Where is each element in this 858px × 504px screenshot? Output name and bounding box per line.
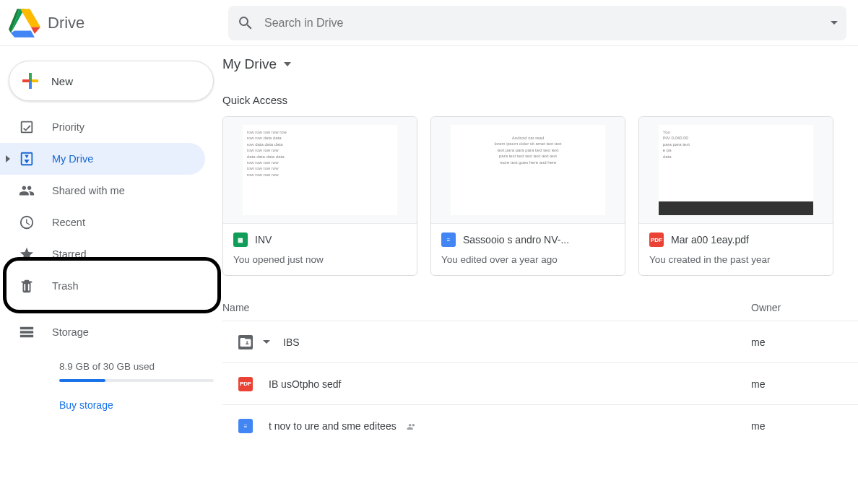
file-name: IB usOtpho sedf: [269, 378, 341, 390]
quick-access-row: row row row row rowrow row data datarow …: [222, 116, 858, 276]
file-name: Mar a00 1eay.pdf: [671, 234, 749, 246]
expand-caret-icon[interactable]: [6, 155, 10, 162]
storage-text: 8.9 GB of 30 GB used: [59, 361, 214, 372]
chevron-down-icon[interactable]: [263, 340, 270, 344]
drive-logo-text: Drive: [48, 14, 84, 32]
quick-access-title: Quick Access: [222, 94, 858, 106]
column-name[interactable]: Name: [222, 302, 751, 313]
pdf-icon: PDF: [649, 233, 664, 247]
sidebar-item-recent[interactable]: Recent: [0, 207, 205, 238]
nav-label: Storage: [52, 326, 89, 338]
nav-label: Recent: [52, 217, 85, 228]
nav-label: Priority: [52, 121, 84, 133]
search-input[interactable]: [264, 17, 825, 30]
column-owner[interactable]: Owner: [751, 302, 838, 313]
search-icon: [237, 14, 254, 32]
file-name: Sassooio s andro NV-...: [463, 234, 569, 246]
owner-cell: me: [751, 378, 838, 390]
list-row[interactable]: ≡ t nov to ure and sme editees me: [222, 405, 858, 447]
file-thumbnail: YouINV 0,040.00para para texte padata: [639, 117, 833, 224]
quick-access-card[interactable]: row row row row rowrow row data datarow …: [222, 116, 417, 276]
file-subtitle: You opened just now: [233, 254, 407, 265]
quick-access-card[interactable]: YouINV 0,040.00para para texte padata PD…: [638, 116, 833, 276]
file-thumbnail: Android car readlorem ipsum dolor sit am…: [431, 117, 625, 224]
file-subtitle: You edited over a year ago: [441, 254, 615, 265]
nav-label: Starred: [52, 248, 87, 260]
file-name: IBS: [283, 336, 300, 348]
folder-shared-icon: [238, 335, 253, 349]
chevron-down-icon: [284, 62, 291, 66]
drive-logo-icon: [9, 7, 40, 39]
location-breadcrumb[interactable]: My Drive: [222, 56, 858, 72]
owner-cell: me: [751, 336, 838, 348]
plus-icon: [20, 70, 41, 92]
new-button[interactable]: New: [9, 61, 214, 101]
drive-logo-block[interactable]: Drive: [9, 7, 188, 39]
list-row[interactable]: PDF IB usOtpho sedf me: [222, 363, 858, 405]
priority-icon: [19, 119, 35, 135]
recent-icon: [19, 214, 35, 230]
nav-label: Trash: [52, 280, 79, 292]
storage-icon: [19, 324, 35, 340]
storage-bar: [59, 379, 214, 382]
trash-icon: [19, 278, 35, 294]
file-name: INV: [255, 234, 272, 246]
search-bar[interactable]: [228, 6, 846, 40]
star-icon: [19, 246, 35, 262]
sidebar-item-starred[interactable]: Starred: [0, 238, 205, 270]
new-button-label: New: [51, 75, 73, 87]
shared-indicator-icon: [405, 422, 418, 430]
docs-icon: ≡: [441, 233, 456, 247]
search-options-caret-icon[interactable]: [831, 21, 838, 25]
sidebar-item-trash[interactable]: Trash: [0, 270, 205, 302]
sidebar-item-storage[interactable]: Storage: [0, 316, 205, 348]
shared-icon: [19, 183, 35, 199]
docs-icon: ≡: [238, 419, 253, 433]
file-subtitle: You created in the past year: [649, 254, 823, 265]
location-label: My Drive: [222, 56, 277, 72]
file-thumbnail: row row row row rowrow row data datarow …: [223, 117, 417, 224]
sheets-icon: ▦: [233, 233, 248, 247]
pdf-icon: PDF: [238, 377, 253, 391]
list-header: Name Owner: [222, 302, 858, 321]
file-name: t nov to ure and sme editees: [269, 420, 396, 432]
main-area: My Drive Quick Access row row row row ro…: [214, 46, 858, 504]
quick-access-card[interactable]: Android car readlorem ipsum dolor sit am…: [430, 116, 625, 276]
sidebar-item-my-drive[interactable]: My Drive: [0, 143, 205, 175]
sidebar-item-shared[interactable]: Shared with me: [0, 175, 205, 207]
buy-storage-link[interactable]: Buy storage: [59, 399, 214, 411]
nav-label: My Drive: [52, 153, 93, 165]
nav-label: Shared with me: [52, 185, 125, 196]
list-row[interactable]: IBS me: [222, 321, 858, 363]
storage-block: 8.9 GB of 30 GB used Buy storage: [0, 361, 214, 411]
topbar: Drive: [0, 0, 858, 46]
file-list: Name Owner IBS me PDF IB usOtpho sedf: [222, 302, 858, 447]
sidebar: New Priority My Drive Shared with: [0, 46, 214, 504]
sidebar-item-priority[interactable]: Priority: [0, 111, 205, 143]
owner-cell: me: [751, 420, 838, 432]
my-drive-icon: [19, 151, 35, 167]
